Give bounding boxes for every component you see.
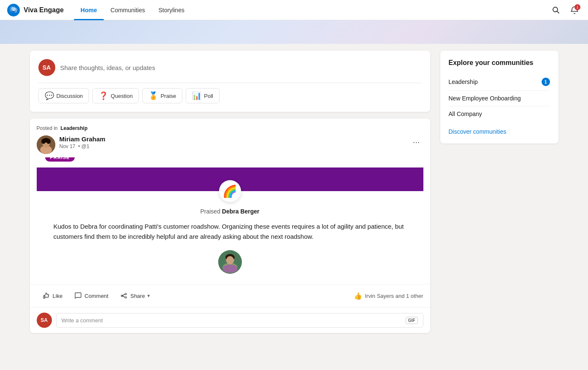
praise-header-bar: 🌈 bbox=[37, 167, 423, 191]
share-chevron-icon: ▾ bbox=[147, 293, 150, 299]
community-item-new-employee[interactable]: New Employee Onboarding bbox=[449, 91, 550, 106]
post-date: Nov 17 bbox=[60, 143, 76, 149]
poll-label: Poll bbox=[204, 93, 213, 99]
top-navigation: Viva Engage Home Communities Storylines … bbox=[0, 0, 588, 20]
post-author-row: Miriam Graham Nov 17 • @1 ··· bbox=[37, 135, 423, 154]
share-button[interactable]: Share ▾ bbox=[114, 289, 156, 302]
compose-discussion-button[interactable]: 💬 Discussion bbox=[38, 88, 89, 103]
post-actions: Like Comment Share ▾ bbox=[30, 284, 430, 307]
posted-in-label: Posted in bbox=[37, 125, 58, 131]
author-avatar bbox=[37, 135, 55, 154]
nav-storylines[interactable]: Storylines bbox=[152, 0, 191, 20]
viva-logo-icon bbox=[7, 3, 20, 17]
rainbow-icon: 🌈 bbox=[219, 180, 241, 202]
comment-placeholder: Write a comment bbox=[62, 317, 103, 324]
sidebar-column: Explore your communities Leadership 1 Ne… bbox=[440, 51, 558, 333]
praised-person[interactable]: Debra Berger bbox=[222, 208, 260, 215]
compose-placeholder[interactable]: Share thoughts, ideas, or updates bbox=[60, 64, 155, 71]
commenter-avatar: SA bbox=[37, 313, 52, 328]
post-card: Posted in Leadership bbox=[30, 119, 430, 333]
praise-icon: 🏅 bbox=[149, 91, 158, 100]
notifications-button[interactable]: 1 bbox=[568, 3, 581, 17]
community-badge-leadership: 1 bbox=[542, 78, 550, 86]
explore-communities-title: Explore your communities bbox=[449, 59, 550, 67]
compose-divider bbox=[38, 83, 422, 83]
app-name: Viva Engage bbox=[24, 6, 64, 14]
more-options-button[interactable]: ··· bbox=[409, 135, 423, 149]
author-details: Miriam Graham Nov 17 • @1 bbox=[60, 135, 106, 149]
post-header: Posted in Leadership bbox=[30, 119, 430, 157]
likes-info: 👍 Irvin Sayers and 1 other bbox=[354, 292, 423, 300]
community-name-all-company: All Company bbox=[449, 111, 482, 117]
compose-praise-button[interactable]: 🏅 Praise bbox=[142, 88, 182, 103]
post-author-info: Miriam Graham Nov 17 • @1 bbox=[37, 135, 106, 154]
svg-line-5 bbox=[557, 11, 559, 13]
user-avatar: SA bbox=[38, 59, 55, 76]
svg-point-19 bbox=[222, 265, 238, 273]
compose-input-row: SA Share thoughts, ideas, or updates bbox=[38, 59, 422, 76]
share-label: Share bbox=[130, 293, 145, 299]
post-mention: • @1 bbox=[78, 143, 89, 149]
praised-label: Praised bbox=[200, 208, 220, 215]
post-meta: Nov 17 • @1 bbox=[60, 143, 106, 149]
praise-badge: PRAISE bbox=[45, 157, 75, 162]
praised-text: Praised Debra Berger bbox=[54, 208, 406, 215]
posted-in: Posted in Leadership bbox=[37, 125, 423, 131]
compose-box: SA Share thoughts, ideas, or updates 💬 D… bbox=[30, 51, 430, 112]
comment-button[interactable]: Comment bbox=[68, 289, 114, 302]
share-icon bbox=[120, 292, 128, 300]
question-label: Question bbox=[111, 93, 133, 99]
discover-communities-link[interactable]: Discover communities bbox=[449, 128, 550, 135]
like-icon bbox=[43, 292, 50, 300]
comment-box: SA Write a comment GIF bbox=[30, 307, 430, 333]
notification-count: 1 bbox=[574, 4, 580, 10]
community-name-new-employee: New Employee Onboarding bbox=[449, 95, 521, 102]
compose-question-button[interactable]: ❓ Question bbox=[92, 88, 139, 103]
praise-body: Praised Debra Berger Kudos to Debra for … bbox=[37, 191, 423, 284]
nav-right-actions: 1 bbox=[549, 3, 581, 17]
community-name-leadership: Leadership bbox=[449, 78, 478, 85]
main-layout: SA Share thoughts, ideas, or updates 💬 D… bbox=[20, 44, 569, 340]
like-button[interactable]: Like bbox=[37, 289, 69, 302]
discussion-icon: 💬 bbox=[45, 91, 54, 100]
praise-message: Kudos to Debra for coordinating Patti's … bbox=[54, 221, 406, 242]
discussion-label: Discussion bbox=[57, 93, 83, 99]
praised-person-avatar bbox=[218, 250, 242, 274]
comment-input[interactable]: Write a comment GIF bbox=[56, 313, 423, 328]
svg-point-13 bbox=[42, 138, 50, 143]
hero-banner bbox=[0, 20, 588, 44]
feed-column: SA Share thoughts, ideas, or updates 💬 D… bbox=[30, 51, 430, 333]
praise-content: PRAISE 🌈 Praised Debra Berger Kudos to D… bbox=[37, 157, 423, 284]
gif-button[interactable]: GIF bbox=[406, 317, 418, 324]
likes-text: Irvin Sayers and 1 other bbox=[365, 293, 423, 299]
nav-communities[interactable]: Communities bbox=[104, 0, 152, 20]
nav-links: Home Communities Storylines bbox=[74, 0, 549, 20]
praise-label: Praise bbox=[160, 93, 176, 99]
like-label: Like bbox=[53, 293, 63, 299]
poll-icon: 📊 bbox=[192, 91, 201, 100]
author-name[interactable]: Miriam Graham bbox=[60, 135, 106, 143]
explore-communities-card: Explore your communities Leadership 1 Ne… bbox=[440, 51, 558, 143]
comment-icon bbox=[74, 292, 82, 300]
community-item-all-company[interactable]: All Company bbox=[449, 106, 550, 122]
likes-thumb-icon: 👍 bbox=[354, 292, 362, 300]
compose-actions: 💬 Discussion ❓ Question 🏅 Praise 📊 Poll bbox=[38, 88, 422, 103]
search-icon bbox=[552, 6, 560, 14]
community-item-leadership[interactable]: Leadership 1 bbox=[449, 73, 550, 91]
praised-avatar-svg bbox=[218, 250, 242, 274]
search-button[interactable] bbox=[549, 3, 563, 17]
posted-in-community[interactable]: Leadership bbox=[60, 125, 87, 131]
author-avatar-svg bbox=[37, 135, 55, 154]
svg-point-3 bbox=[11, 7, 16, 11]
svg-point-18 bbox=[226, 256, 234, 265]
app-logo[interactable]: Viva Engage bbox=[7, 3, 64, 17]
nav-home[interactable]: Home bbox=[74, 0, 104, 20]
question-icon: ❓ bbox=[99, 91, 108, 100]
compose-poll-button[interactable]: 📊 Poll bbox=[186, 88, 219, 103]
praise-badge-area: PRAISE bbox=[37, 157, 423, 167]
comment-label: Comment bbox=[84, 293, 108, 299]
